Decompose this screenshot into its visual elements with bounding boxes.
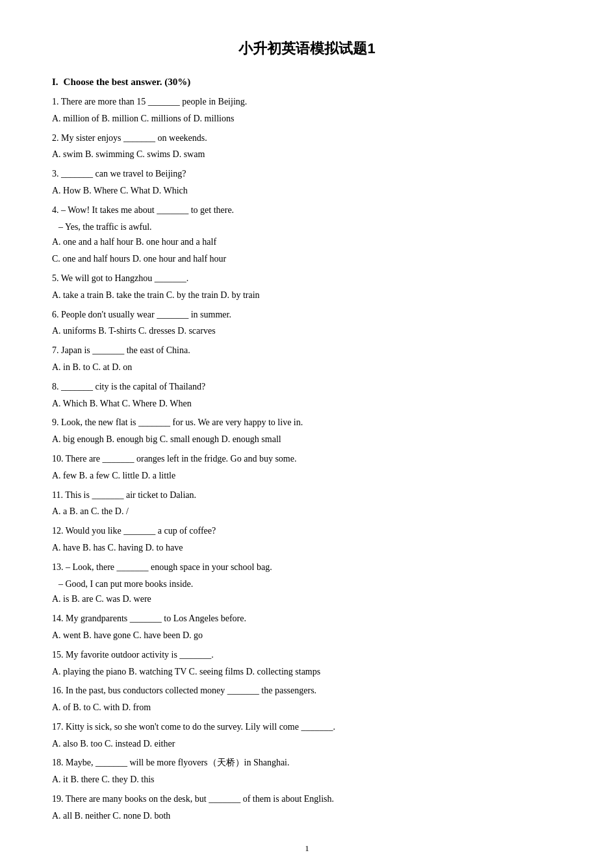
options-11: A. a B. an C. the D. / [52, 504, 562, 519]
question-text-7: 7. Japan is _______ the east of China. [52, 343, 562, 358]
question-text-15: 15. My favorite outdoor activity is ____… [52, 647, 562, 663]
options-14: A. went B. have gone C. have been D. go [52, 628, 562, 643]
section-header: I. Choose the best answer. (30%) [52, 77, 562, 88]
question-3: 3. _______ can we travel to Beijing?A. H… [52, 166, 562, 199]
question-7: 7. Japan is _______ the east of China.A.… [52, 343, 562, 375]
questions-container: 1. There are more than 15 _______ people… [52, 94, 562, 824]
question-text-12: 12. Would you like _______ a cup of coff… [52, 523, 562, 539]
options-1: A. million of B. million C. millions of … [52, 111, 562, 127]
options-6: A. uniforms B. T-shirts C. dresses D. sc… [52, 323, 562, 339]
question-5: 5. We will got to Hangzhou _______.A. ta… [52, 271, 562, 303]
question-text-11: 11. This is _______ air ticket to Dalian… [52, 488, 562, 503]
question-8: 8. _______ city is the capital of Thaila… [52, 379, 562, 412]
options-16: A. of B. to C. with D. from [52, 700, 562, 715]
question-6: 6. People don't usually wear _______ in … [52, 307, 562, 340]
options-5: A. take a train B. take the train C. by … [52, 288, 562, 303]
question-text-3: 3. _______ can we travel to Beijing? [52, 166, 562, 182]
question-10: 10. There are _______ oranges left in th… [52, 451, 562, 484]
page-number: 1 [52, 843, 562, 854]
question-text-5: 5. We will got to Hangzhou _______. [52, 271, 562, 286]
options2-4: C. one and half hours D. one hour and ha… [52, 251, 562, 267]
options-10: A. few B. a few C. little D. a little [52, 468, 562, 484]
options-2: A. swim B. swimming C. swims D. swam [52, 147, 562, 162]
question-text-14: 14. My grandparents _______ to Los Angel… [52, 611, 562, 626]
question-19: 19. There are many books on the desk, bu… [52, 791, 562, 824]
question-2: 2. My sister enjoys _______ on weekends.… [52, 130, 562, 163]
options-12: A. have B. has C. having D. to have [52, 540, 562, 556]
question-16: 16. In the past, bus conductors collecte… [52, 683, 562, 715]
question-17: 17. Kitty is sick, so she won't come to … [52, 719, 562, 752]
question-14: 14. My grandparents _______ to Los Angel… [52, 611, 562, 643]
options-17: A. also B. too C. instead D. either [52, 736, 562, 752]
question-text-8: 8. _______ city is the capital of Thaila… [52, 379, 562, 395]
question-12: 12. Would you like _______ a cup of coff… [52, 523, 562, 556]
question-15: 15. My favorite outdoor activity is ____… [52, 647, 562, 680]
question-text-16: 16. In the past, bus conductors collecte… [52, 683, 562, 699]
question-18: 18. Maybe, _______ will be more flyovers… [52, 755, 562, 787]
options-19: A. all B. neither C. none D. both [52, 808, 562, 824]
question-9: 9. Look, the new flat is _______ for us.… [52, 415, 562, 447]
options-7: A. in B. to C. at D. on [52, 360, 562, 375]
question-text-10: 10. There are _______ oranges left in th… [52, 451, 562, 467]
question-text-2: 2. My sister enjoys _______ on weekends. [52, 130, 562, 146]
options-8: A. Which B. What C. Where D. When [52, 396, 562, 412]
page-title: 小升初英语模拟试题1 [52, 39, 562, 58]
options-15: A. playing the piano B. watching TV C. s… [52, 664, 562, 680]
question-subtext-13: – Good, I can put more books inside. [58, 577, 562, 592]
options-18: A. it B. there C. they D. this [52, 772, 562, 787]
question-1: 1. There are more than 15 _______ people… [52, 94, 562, 127]
question-subtext-4: – Yes, the traffic is awful. [58, 219, 562, 235]
options1-4: A. one and a half hour B. one hour and a… [52, 234, 562, 250]
question-text-4: 4. – Wow! It takes me about _______ to g… [52, 203, 562, 218]
question-text-19: 19. There are many books on the desk, bu… [52, 791, 562, 807]
question-text-13: 13. – Look, there _______ enough space i… [52, 560, 562, 575]
question-text-9: 9. Look, the new flat is _______ for us.… [52, 415, 562, 430]
question-13: 13. – Look, there _______ enough space i… [52, 560, 562, 607]
question-text-17: 17. Kitty is sick, so she won't come to … [52, 719, 562, 735]
section-num: I. [52, 77, 58, 88]
question-4: 4. – Wow! It takes me about _______ to g… [52, 203, 562, 267]
options-13: A. is B. are C. was D. were [52, 591, 562, 607]
section-instruction: Choose the best answer. (30%) [64, 77, 191, 88]
options-3: A. How B. Where C. What D. Which [52, 183, 562, 199]
question-text-18: 18. Maybe, _______ will be more flyovers… [52, 755, 562, 771]
question-text-1: 1. There are more than 15 _______ people… [52, 94, 562, 110]
question-11: 11. This is _______ air ticket to Dalian… [52, 488, 562, 520]
options-9: A. big enough B. enough big C. small eno… [52, 432, 562, 447]
question-text-6: 6. People don't usually wear _______ in … [52, 307, 562, 323]
